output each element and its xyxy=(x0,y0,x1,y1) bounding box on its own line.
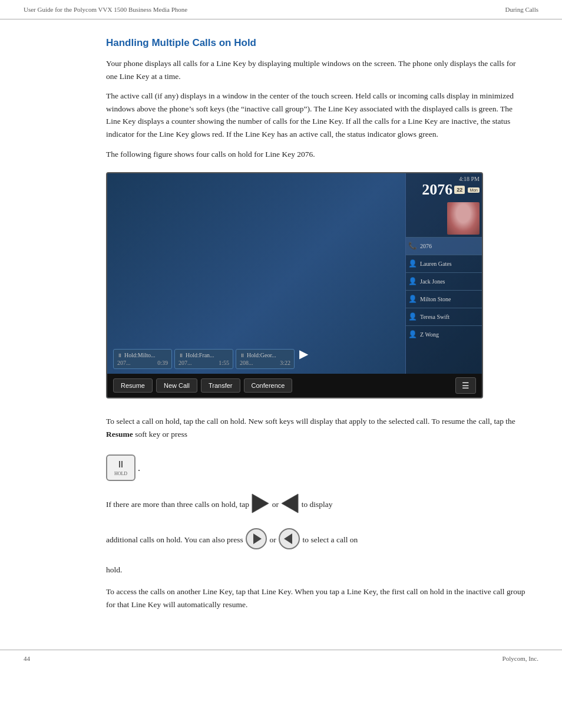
section-title: Handling Multiple Calls on Hold xyxy=(106,37,527,49)
sidebar-item-2076[interactable]: 📞 2076 xyxy=(406,237,482,255)
header-right: During Calls xyxy=(505,6,538,13)
phone-display: ⏸ Hold:Milto... 207... 0:39 ⏸ Hold:Fran.… xyxy=(107,173,482,374)
phone-screenshot: ⏸ Hold:Milto... 207... 0:39 ⏸ Hold:Fran.… xyxy=(106,172,483,398)
hold-label-2: Hold:Geor... xyxy=(247,352,276,358)
sidebar-item-jack[interactable]: 👤 Jack Jones xyxy=(406,272,482,290)
sidebar-label-0: 2076 xyxy=(420,243,480,249)
instruction-2: If there are more than three calls on ho… xyxy=(106,493,527,518)
period-after-hold: . xyxy=(138,463,140,473)
sidebar-label-1: Lauren Gates xyxy=(420,261,480,267)
time-display: 4:18 PM 2076 22 Mon xyxy=(422,176,480,197)
hold-calls-bar: ⏸ Hold:Milto... 207... 0:39 ⏸ Hold:Fran.… xyxy=(113,347,405,369)
instruction-hold-end: hold. xyxy=(106,564,527,577)
instruction-resume-bold: Resume xyxy=(106,430,133,439)
round-left-nav xyxy=(278,528,300,554)
round-right-svg xyxy=(245,528,267,550)
day-badge: Mon xyxy=(468,187,480,193)
pause-icon-1: ⏸ xyxy=(178,353,184,358)
pause-icon-0: ⏸ xyxy=(117,353,123,358)
instruction-text-3b: or xyxy=(270,535,276,544)
hold-call-2[interactable]: ⏸ Hold:Geor... 208... 3:22 xyxy=(236,349,295,369)
soft-keys-bar: Resume New Call Transfer Conference ☰ xyxy=(107,374,482,397)
hold-num-2: 208... xyxy=(240,360,253,366)
pause-icon-2: ⏸ xyxy=(240,353,245,358)
contact-icon-2: 👤 xyxy=(408,295,418,304)
badge-count: 22 xyxy=(454,186,465,194)
hold-key-container: ⏸ HOLD . xyxy=(106,454,140,481)
scroll-right-arrow[interactable]: ▶ xyxy=(297,347,310,369)
instruction-text-2c: to display xyxy=(302,500,333,509)
phone-icon: 📞 xyxy=(408,242,418,251)
sidebar-label-4: Teresa Swift xyxy=(420,314,480,320)
svg-marker-0 xyxy=(252,494,269,513)
new-call-button[interactable]: New Call xyxy=(156,378,197,393)
page-footer: 44 Polycom, Inc. xyxy=(0,650,562,667)
hold-call-1[interactable]: ⏸ Hold:Fran... 207... 1:55 xyxy=(174,349,233,369)
sidebar-item-teresa[interactable]: 👤 Teresa Swift xyxy=(406,308,482,325)
avatar-container xyxy=(406,200,482,237)
contact-icon-4: 👤 xyxy=(408,330,418,340)
instruction-text-2b: or xyxy=(272,500,279,509)
hold-key-button: ⏸ HOLD xyxy=(106,454,135,481)
arrow-left-triangle xyxy=(280,493,299,518)
sidebar-top: 4:18 PM 2076 22 Mon xyxy=(406,173,482,200)
transfer-button[interactable]: Transfer xyxy=(201,378,240,393)
instruction-text-3c: to select a call on xyxy=(303,535,358,544)
hold-num-0: 207... xyxy=(117,360,131,366)
left-triangle-svg xyxy=(280,493,299,514)
company-name: Polycom, Inc. xyxy=(503,655,538,662)
sidebar-label-5: Z Wong xyxy=(420,331,480,338)
hold-label-1: Hold:Fran... xyxy=(186,352,214,358)
round-left-svg xyxy=(278,528,300,550)
sidebar-item-lauren[interactable]: 👤 Lauren Gates xyxy=(406,255,482,272)
svg-marker-1 xyxy=(282,494,298,513)
hold-key-label: HOLD xyxy=(114,471,127,476)
resume-button[interactable]: Resume xyxy=(113,378,153,393)
instruction-1: To select a call on hold, tap the call o… xyxy=(106,415,527,440)
sidebar-label-3: Milton Stone xyxy=(420,296,480,302)
hold-call-0[interactable]: ⏸ Hold:Milto... 207... 0:39 xyxy=(113,349,172,369)
paragraph-2: The active call (if any) displays in a w… xyxy=(106,90,527,140)
contact-icon-0: 👤 xyxy=(408,259,418,269)
contact-icon-3: 👤 xyxy=(408,312,418,322)
avatar-photo xyxy=(447,202,480,235)
instruction-text-2a: If there are more than three calls on ho… xyxy=(106,500,249,509)
main-content: Handling Multiple Calls on Hold Your pho… xyxy=(0,19,562,638)
hold-key-icon: ⏸ xyxy=(116,459,125,470)
conference-button[interactable]: Conference xyxy=(244,378,293,393)
phone-sidebar: 4:18 PM 2076 22 Mon xyxy=(405,173,482,374)
hold-num-1: 207... xyxy=(178,360,192,366)
phone-left-area: ⏸ Hold:Milto... 207... 0:39 ⏸ Hold:Fran.… xyxy=(107,173,405,374)
header-left: User Guide for the Polycom VVX 1500 Busi… xyxy=(24,6,187,13)
hold-time-2: 3:22 xyxy=(280,360,290,366)
paragraph-3: The following figure shows four calls on… xyxy=(106,148,527,161)
sidebar-item-milton[interactable]: 👤 Milton Stone xyxy=(406,290,482,308)
instruction-4: To access the calls on another Line Key,… xyxy=(106,585,527,611)
instruction-text-1b: soft key or press xyxy=(133,430,187,439)
hold-label-0: Hold:Milto... xyxy=(124,352,156,358)
hold-time-1: 1:55 xyxy=(219,360,229,366)
avatar-image xyxy=(447,202,480,235)
paragraph-1: Your phone displays all calls for a Line… xyxy=(106,57,527,83)
sidebar-item-wong[interactable]: 👤 Z Wong xyxy=(406,325,482,343)
contact-icon-1: 👤 xyxy=(408,277,418,286)
sidebar-label-2: Jack Jones xyxy=(420,278,480,285)
page-header: User Guide for the Polycom VVX 1500 Busi… xyxy=(0,0,562,19)
instruction-3: additional calls on hold. You can also p… xyxy=(106,528,527,554)
instruction-text-1a: To select a call on hold, tap the call o… xyxy=(106,417,515,426)
page-number: 44 xyxy=(24,655,30,662)
right-triangle-svg xyxy=(251,493,270,514)
round-right-nav xyxy=(245,528,267,554)
line-number: 2076 xyxy=(422,182,452,197)
arrow-right-triangle xyxy=(251,493,270,518)
hold-time-0: 0:39 xyxy=(157,360,168,366)
instruction-text-3a: additional calls on hold. You can also p… xyxy=(106,535,243,544)
menu-icon-button[interactable]: ☰ xyxy=(455,377,476,394)
